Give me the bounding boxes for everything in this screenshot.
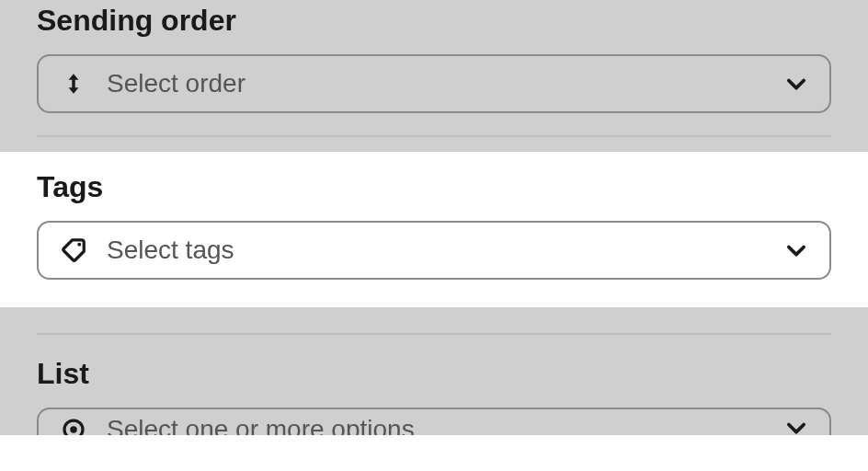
divider-wrap-1 (0, 135, 868, 152)
target-icon (59, 415, 88, 435)
tags-label: Tags (37, 170, 831, 204)
tags-section: Tags Select tags (0, 152, 868, 307)
chevron-down-icon (783, 415, 809, 435)
divider-wrap-2 (0, 307, 868, 335)
list-select[interactable]: Select one or more options (37, 408, 831, 435)
list-label: List (37, 357, 831, 391)
svg-point-2 (70, 426, 77, 433)
chevron-down-icon (783, 71, 809, 97)
chevron-down-icon (783, 237, 809, 263)
sort-vertical-icon (59, 69, 88, 98)
tag-icon (59, 236, 88, 265)
list-placeholder: Select one or more options (107, 415, 783, 435)
sending-order-placeholder: Select order (107, 69, 783, 98)
svg-point-0 (77, 243, 81, 247)
section-divider (37, 135, 831, 137)
tags-select[interactable]: Select tags (37, 221, 831, 280)
sending-order-section: Sending order Select order (0, 0, 868, 135)
sending-order-label: Sending order (37, 4, 831, 38)
list-section: List Select one or more options (0, 335, 868, 435)
sending-order-select[interactable]: Select order (37, 54, 831, 113)
tags-placeholder: Select tags (107, 236, 783, 265)
